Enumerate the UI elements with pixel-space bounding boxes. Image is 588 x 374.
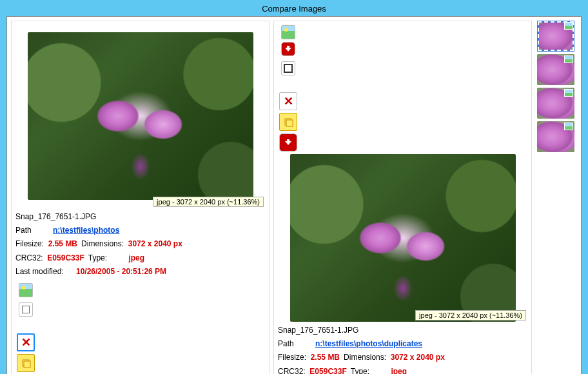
thumbnail-3[interactable] bbox=[537, 88, 574, 119]
right-path-link[interactable]: n:\testfiles\photos\duplicates bbox=[315, 338, 422, 350]
svg-rect-5 bbox=[286, 120, 293, 126]
right-pane: ✕ jpeg - 3072 x 2040 px (~11.36%) bbox=[273, 21, 532, 374]
left-image-icon[interactable] bbox=[19, 283, 33, 297]
left-filesize: 2.55 MB bbox=[48, 239, 77, 248]
thumbnail-4[interactable] bbox=[537, 121, 574, 152]
right-image[interactable] bbox=[277, 154, 529, 322]
right-crc: E059C33F bbox=[309, 367, 346, 374]
left-info: Snap_176_7651-1.JPG Path n:\testfiles\ph… bbox=[14, 208, 266, 280]
right-filename: Snap_176_7651-1.JPG bbox=[278, 324, 527, 337]
right-mark-button[interactable] bbox=[279, 113, 297, 131]
left-caption: jpeg - 3072 x 2040 px (~11.36%) bbox=[153, 197, 264, 207]
right-type-label: Type: bbox=[351, 367, 369, 374]
thumbnail-mark-icon bbox=[564, 123, 573, 130]
right-dim-label: Dimensions: bbox=[344, 353, 386, 362]
left-filename: Snap_176_7651-1.JPG bbox=[15, 211, 265, 223]
left-filesize-label: Filesize: bbox=[15, 239, 44, 248]
thumbnail-mark-icon bbox=[564, 22, 573, 30]
thumbnail-mark-icon bbox=[564, 55, 573, 63]
left-mod: 10/26/2005 - 20:51:26 PM bbox=[76, 266, 166, 278]
right-image-icon[interactable] bbox=[281, 25, 295, 39]
right-type: jpeg bbox=[391, 367, 407, 374]
left-image[interactable] bbox=[14, 24, 266, 208]
right-filesize-label: Filesize: bbox=[278, 353, 306, 362]
right-caption: jpeg - 3072 x 2040 px (~11.36%) bbox=[415, 310, 526, 320]
left-pane: jpeg - 3072 x 2040 px (~11.36%) Snap_176… bbox=[11, 21, 270, 374]
right-side-buttons: ✕ bbox=[277, 24, 300, 153]
svg-rect-1 bbox=[24, 361, 30, 368]
thumbnail-strip bbox=[536, 21, 577, 374]
left-crc-label: CRC32: bbox=[15, 253, 43, 262]
left-path-link[interactable]: n:\testfiles\photos bbox=[53, 224, 119, 237]
left-crc: E059C33F bbox=[47, 253, 84, 262]
left-dims: 3072 x 2040 px bbox=[128, 239, 182, 248]
right-delete-button[interactable]: ✕ bbox=[279, 92, 297, 110]
left-mod-label: Last modified: bbox=[15, 266, 72, 278]
right-filesize: 2.55 MB bbox=[311, 353, 340, 362]
window: Compare Images jpeg - 3072 x 2040 px (~1… bbox=[0, 0, 588, 374]
left-side-buttons: ✕ bbox=[14, 282, 37, 374]
window-title: Compare Images bbox=[0, 0, 588, 16]
left-path-label: Path bbox=[15, 224, 49, 237]
right-down-button-top[interactable] bbox=[281, 42, 295, 56]
right-path-label: Path bbox=[278, 338, 311, 350]
right-window-button[interactable] bbox=[281, 61, 295, 75]
thumbnail-mark-icon bbox=[564, 89, 573, 97]
right-crc-label: CRC32: bbox=[278, 367, 306, 374]
right-dims: 3072 x 2040 px bbox=[391, 353, 445, 362]
left-delete-button[interactable]: ✕ bbox=[17, 333, 35, 351]
compare-row: jpeg - 3072 x 2040 px (~11.36%) Snap_176… bbox=[7, 17, 581, 374]
right-info: Snap_176_7651-1.JPG Path n:\testfiles\ph… bbox=[277, 322, 529, 374]
left-copy-button[interactable] bbox=[19, 302, 33, 317]
right-down-button-bottom[interactable] bbox=[279, 133, 297, 152]
thumbnail-2[interactable] bbox=[537, 54, 574, 85]
left-type: jpeg bbox=[128, 253, 144, 262]
thumbnail-1[interactable] bbox=[537, 21, 574, 52]
left-mark-button[interactable] bbox=[17, 354, 35, 372]
left-dim-label: Dimensions: bbox=[81, 239, 124, 248]
left-type-label: Type: bbox=[88, 253, 107, 262]
content-area: jpeg - 3072 x 2040 px (~11.36%) Snap_176… bbox=[6, 16, 582, 374]
